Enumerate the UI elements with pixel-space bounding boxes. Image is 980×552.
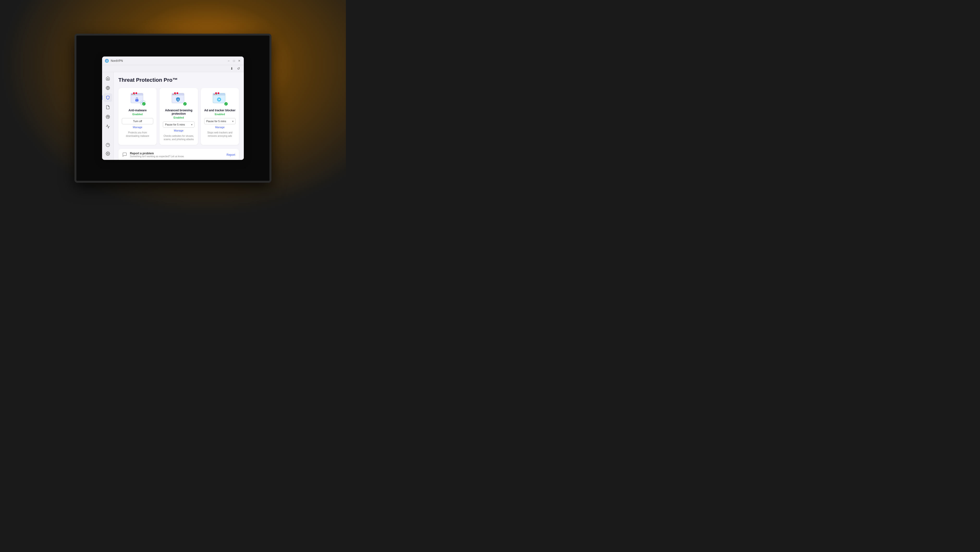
refresh-icon[interactable]: ↺: [236, 66, 241, 71]
advanced-browsing-pause-label: Pause for 5 mins: [165, 123, 185, 126]
sidebar-item-analytics[interactable]: [103, 122, 112, 131]
download-icon[interactable]: ⬇: [229, 66, 234, 71]
anti-malware-card: ✓ Anti-malware Enabled Turn off Manage P…: [118, 88, 157, 145]
ad-tracker-icon-area: ✓: [212, 92, 228, 106]
anti-malware-status: Enabled: [132, 113, 143, 116]
sidebar-item-home[interactable]: [103, 74, 112, 83]
sidebar-item-dark-web[interactable]: [103, 113, 112, 121]
laptop-screen: NordVPN – □ ✕ ⬇ ↺: [75, 34, 271, 183]
sidebar-item-file-scanner[interactable]: [103, 103, 112, 112]
app-body: Threat Protection Pro™: [102, 72, 244, 160]
advanced-browsing-status: Enabled: [173, 116, 184, 119]
maximize-button[interactable]: □: [232, 59, 235, 62]
advanced-browsing-description: Checks websites for viruses, scams, and …: [163, 134, 194, 141]
advanced-browsing-icon-area: ✓: [170, 92, 187, 106]
close-button[interactable]: ✕: [237, 59, 241, 62]
svg-point-1: [107, 61, 107, 61]
sidebar-item-threat-protection[interactable]: [103, 93, 112, 102]
app-window: NordVPN – □ ✕ ⬇ ↺: [102, 56, 244, 160]
title-bar: NordVPN – □ ✕: [102, 56, 244, 65]
anti-malware-icon-area: ✓: [129, 92, 146, 106]
advanced-browsing-pause-button[interactable]: Pause for 5 mins ▾: [163, 121, 194, 128]
minimize-button[interactable]: –: [227, 59, 230, 62]
title-bar-controls: – □ ✕: [227, 59, 241, 62]
advanced-browsing-dropdown-chevron[interactable]: ▾: [191, 123, 192, 126]
svg-point-7: [107, 153, 108, 154]
feature-cards-row: ✓ Anti-malware Enabled Turn off Manage P…: [118, 88, 239, 145]
report-button[interactable]: Report: [226, 153, 235, 156]
report-left: Report a problem Something isn't working…: [122, 152, 184, 158]
anti-malware-turnoff-button[interactable]: Turn off: [122, 118, 153, 124]
window-title: NordVPN: [111, 59, 123, 62]
sidebar-item-vpn[interactable]: [103, 84, 112, 93]
ad-tracker-icon: ✓: [213, 93, 227, 105]
ad-tracker-description: Stops web trackers and removes annoying …: [204, 131, 235, 138]
ad-tracker-pause-button[interactable]: Pause for 5 mins ▾: [204, 118, 235, 124]
app-icon: [105, 59, 109, 63]
advanced-browsing-manage-link[interactable]: Manage: [174, 129, 183, 132]
ad-tracker-pause-label: Pause for 5 mins: [206, 120, 226, 123]
main-content: Threat Protection Pro™: [114, 72, 244, 160]
sidebar-bottom: [103, 140, 112, 158]
ad-tracker-status: Enabled: [215, 113, 225, 116]
anti-malware-manage-link[interactable]: Manage: [133, 126, 142, 129]
report-icon: [122, 152, 127, 158]
ad-tracker-name: Ad and tracker blocker: [204, 108, 235, 112]
report-subtitle: Something isn't working as expected? Let…: [130, 155, 184, 158]
anti-malware-description: Protects you from downloading malware: [122, 131, 153, 138]
toolbar: ⬇ ↺: [102, 65, 244, 72]
report-text: Report a problem Something isn't working…: [130, 152, 184, 158]
ad-tracker-dropdown-chevron[interactable]: ▾: [232, 120, 234, 123]
report-problem-bar: Report a problem Something isn't working…: [118, 149, 239, 160]
advanced-browsing-icon: ✓: [172, 93, 186, 105]
advanced-browsing-card: ✓ Advanced browsing protection Enabled P…: [159, 88, 198, 145]
sidebar-item-help[interactable]: [103, 140, 112, 149]
ad-tracker-card: ✓ Ad and tracker blocker Enabled Pause f…: [201, 88, 239, 145]
page-title: Threat Protection Pro™: [118, 77, 239, 83]
report-title: Report a problem: [130, 152, 184, 155]
title-bar-left: NordVPN: [105, 59, 123, 63]
sidebar-item-settings[interactable]: [103, 149, 112, 158]
sidebar: [102, 72, 114, 160]
svg-point-9: [137, 100, 137, 101]
advanced-browsing-name: Advanced browsing protection: [163, 108, 194, 115]
anti-malware-icon: ✓: [130, 93, 145, 105]
ad-tracker-manage-link[interactable]: Manage: [215, 126, 224, 129]
anti-malware-name: Anti-malware: [129, 108, 146, 112]
